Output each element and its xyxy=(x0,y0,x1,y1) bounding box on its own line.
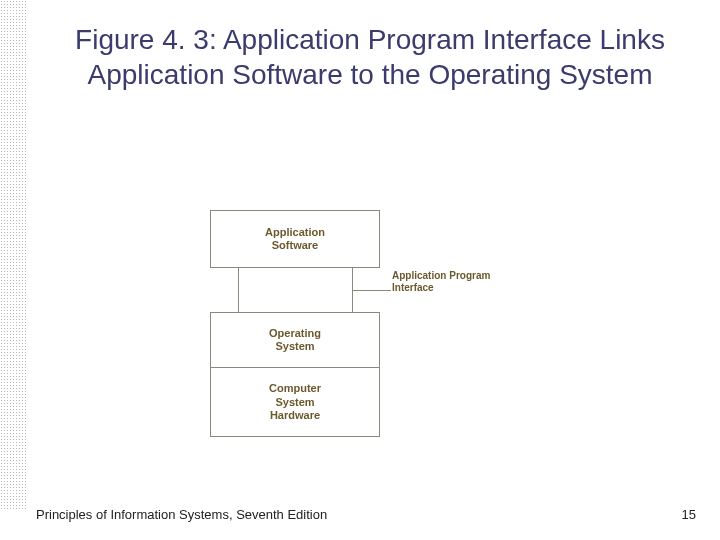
box-application-software: Application Software xyxy=(210,210,380,268)
box-label: Application xyxy=(265,226,325,239)
connector-line xyxy=(238,268,239,312)
box-label: Software xyxy=(272,239,318,252)
api-label-line: Application Program xyxy=(392,270,532,282)
slide: Figure 4. 3: Application Program Interfa… xyxy=(0,0,720,540)
page-number: 15 xyxy=(682,507,696,522)
left-dot-strip xyxy=(0,0,26,510)
box-label: System xyxy=(211,340,379,353)
api-label-line: Interface xyxy=(392,282,532,294)
api-pointer-line xyxy=(353,290,391,291)
box-label: System xyxy=(211,396,379,409)
figure-title: Figure 4. 3: Application Program Interfa… xyxy=(40,22,700,92)
box-computer-hardware: Computer System Hardware xyxy=(211,368,379,436)
box-operating-system: Operating System xyxy=(211,313,379,368)
box-label: Operating xyxy=(211,327,379,340)
api-label: Application Program Interface xyxy=(392,270,532,294)
footer-source: Principles of Information Systems, Seven… xyxy=(36,507,327,522)
box-stack: Operating System Computer System Hardwar… xyxy=(210,312,380,437)
box-label: Hardware xyxy=(211,409,379,422)
api-diagram: Application Software Application Program… xyxy=(180,210,540,470)
box-label: Computer xyxy=(211,382,379,395)
